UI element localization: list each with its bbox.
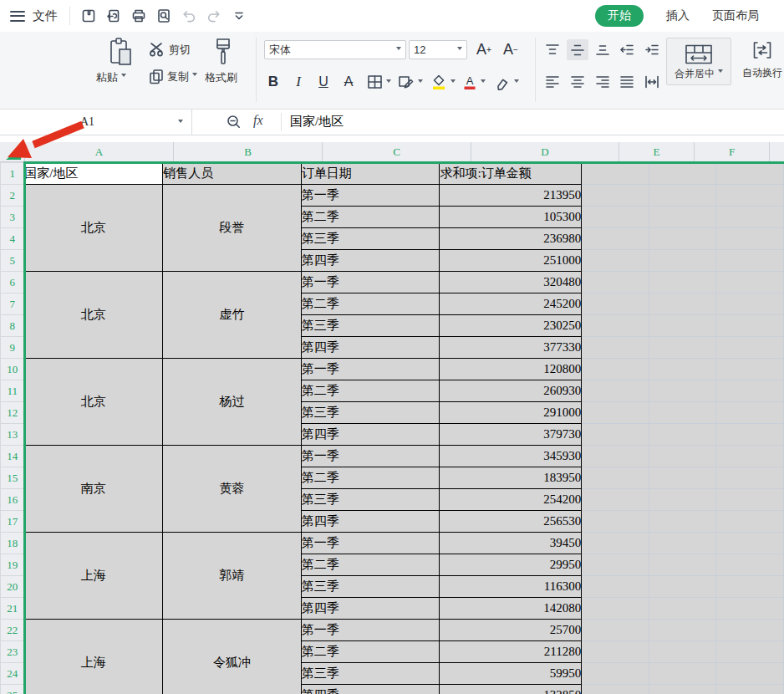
row-header[interactable]: 4 xyxy=(1,228,24,250)
cell-quarter[interactable]: 第一季 xyxy=(301,359,440,380)
cell-region[interactable]: 北京 xyxy=(24,185,163,272)
align-left-button[interactable] xyxy=(542,71,563,92)
cell[interactable] xyxy=(716,489,784,511)
cell[interactable] xyxy=(716,554,784,576)
cell[interactable] xyxy=(649,359,716,380)
cell[interactable] xyxy=(649,228,716,250)
cell[interactable] xyxy=(582,489,649,511)
cell[interactable] xyxy=(649,207,716,228)
column-header[interactable]: F xyxy=(695,142,770,162)
cell[interactable] xyxy=(582,207,649,228)
cell-salesperson[interactable]: 虚竹 xyxy=(163,272,302,359)
cell[interactable] xyxy=(582,467,649,489)
cell-quarter[interactable]: 第二季 xyxy=(301,207,440,228)
cell-region[interactable]: 南京 xyxy=(24,446,163,533)
cell-quarter[interactable]: 第四季 xyxy=(301,337,440,359)
borders-button[interactable] xyxy=(364,72,393,92)
cell-region[interactable]: 北京 xyxy=(24,359,163,446)
cell-quarter[interactable]: 第二季 xyxy=(301,467,440,489)
row-header[interactable]: 18 xyxy=(1,533,24,554)
increase-font-size-button[interactable]: A+ xyxy=(473,39,495,59)
cell[interactable] xyxy=(582,402,649,424)
active-cell[interactable]: 国家/地区 xyxy=(24,163,163,185)
cell-quarter[interactable]: 第二季 xyxy=(301,293,440,315)
row-header[interactable]: 21 xyxy=(1,598,24,620)
cell-quarter[interactable]: 第三季 xyxy=(301,576,440,598)
cell-amount[interactable]: 59950 xyxy=(440,663,582,685)
font-name-select[interactable]: 宋体 xyxy=(264,40,406,59)
cell[interactable] xyxy=(716,402,784,424)
customize-toolbar-button[interactable] xyxy=(227,4,251,28)
cell[interactable] xyxy=(582,663,649,685)
cell-quarter[interactable]: 第四季 xyxy=(301,511,440,533)
cell[interactable] xyxy=(582,293,649,315)
row-header[interactable]: 16 xyxy=(1,489,24,511)
cell[interactable] xyxy=(649,337,716,359)
undo-button[interactable] xyxy=(177,4,201,28)
align-center-button[interactable] xyxy=(567,71,588,92)
paste-button[interactable] xyxy=(107,37,135,69)
align-bottom-button[interactable] xyxy=(592,39,613,60)
cell-salesperson[interactable]: 黄蓉 xyxy=(163,446,302,533)
row-header[interactable]: 9 xyxy=(1,337,24,359)
cell-region[interactable]: 北京 xyxy=(24,272,163,359)
cut-button[interactable] xyxy=(148,41,166,58)
cell[interactable] xyxy=(582,163,649,185)
justify-button[interactable] xyxy=(616,71,638,92)
copy-label[interactable]: 复制 xyxy=(167,69,197,84)
decrease-font-size-button[interactable]: A− xyxy=(500,39,522,59)
cell-quarter[interactable]: 第三季 xyxy=(301,315,440,337)
cell[interactable] xyxy=(649,663,716,685)
cell-amount[interactable]: 254200 xyxy=(440,489,582,511)
cell[interactable] xyxy=(716,685,784,694)
cell-quarter[interactable]: 第一季 xyxy=(301,185,440,207)
cell-amount[interactable]: 245200 xyxy=(440,293,582,315)
row-header[interactable]: 20 xyxy=(1,576,24,598)
cell-quarter[interactable]: 第一季 xyxy=(301,620,440,641)
cell[interactable] xyxy=(582,380,649,402)
text-orientation-button[interactable] xyxy=(641,71,663,92)
row-header[interactable]: 17 xyxy=(1,511,24,533)
cell[interactable] xyxy=(716,359,784,380)
cell-salesperson[interactable]: 杨过 xyxy=(163,359,302,446)
cell[interactable] xyxy=(582,641,649,663)
cell[interactable] xyxy=(582,598,649,620)
align-middle-button[interactable] xyxy=(567,39,588,60)
cell-amount[interactable]: 105300 xyxy=(440,207,582,228)
column-header[interactable]: C xyxy=(323,142,471,162)
cell[interactable] xyxy=(716,250,784,272)
cell[interactable] xyxy=(649,424,716,446)
cell-amount[interactable]: 213950 xyxy=(440,185,582,207)
formula-content[interactable]: 国家/地区 xyxy=(290,114,344,130)
file-menu[interactable]: 文件 xyxy=(33,8,58,24)
row-header[interactable]: 5 xyxy=(1,250,24,272)
cell[interactable] xyxy=(716,511,784,533)
cell-region[interactable]: 上海 xyxy=(24,620,163,694)
cell[interactable] xyxy=(649,685,716,694)
cell-quarter[interactable]: 第一季 xyxy=(301,446,440,467)
cell[interactable] xyxy=(716,337,784,359)
row-header[interactable]: 14 xyxy=(1,446,24,467)
cell[interactable] xyxy=(716,533,784,554)
row-header[interactable]: 6 xyxy=(1,272,24,293)
decrease-indent-button[interactable] xyxy=(616,39,638,60)
cell[interactable] xyxy=(716,598,784,620)
fx-button[interactable]: fx xyxy=(253,113,263,128)
cell[interactable] xyxy=(716,663,784,685)
row-header[interactable]: 25 xyxy=(1,685,24,694)
strikethrough-button[interactable]: A xyxy=(338,72,359,92)
cell-quarter[interactable]: 第二季 xyxy=(301,554,440,576)
draw-border-button[interactable] xyxy=(396,72,425,92)
name-box[interactable]: A1 xyxy=(0,110,192,135)
cell-amount[interactable]: 236980 xyxy=(440,228,582,250)
cell-amount[interactable]: 39450 xyxy=(440,533,582,554)
cell-amount[interactable]: 345930 xyxy=(440,446,582,467)
format-painter-label[interactable]: 格式刷 xyxy=(205,70,237,85)
cell[interactable] xyxy=(649,489,716,511)
cell[interactable] xyxy=(649,380,716,402)
cell-quarter[interactable]: 第一季 xyxy=(301,533,440,554)
tab-page-layout[interactable]: 页面布局 xyxy=(712,8,759,23)
cell[interactable] xyxy=(582,424,649,446)
cell-amount[interactable]: 116300 xyxy=(440,576,582,598)
cell[interactable] xyxy=(582,337,649,359)
